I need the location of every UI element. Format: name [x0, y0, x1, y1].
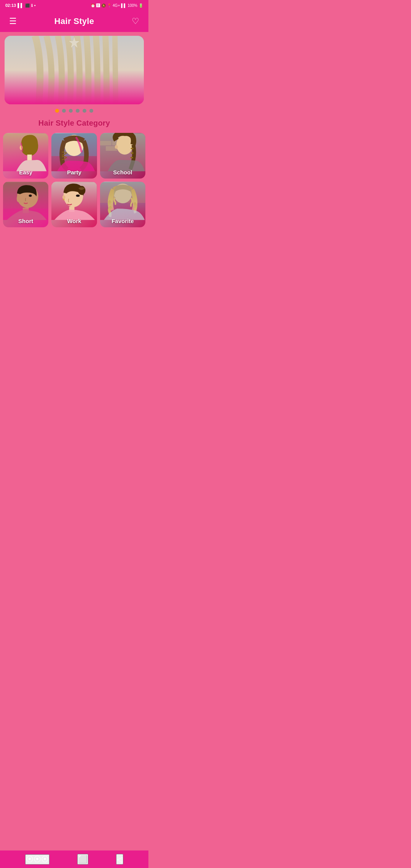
- section-title: Hair Style Category: [0, 116, 148, 133]
- battery-icon: 🔋: [139, 3, 143, 8]
- app-bar: ☰ Hair Style ♡: [0, 11, 148, 32]
- dot-3[interactable]: [69, 109, 73, 113]
- banner-slider[interactable]: [5, 36, 144, 104]
- category-card-school[interactable]: School: [100, 133, 145, 179]
- category-card-easy[interactable]: Easy: [3, 133, 48, 179]
- banner-image: [5, 36, 144, 104]
- svg-rect-0: [5, 36, 144, 104]
- category-card-work[interactable]: Work: [51, 182, 97, 227]
- info-icon: ℹ: [31, 3, 33, 8]
- banner-container: [0, 32, 148, 104]
- svg-point-25: [63, 199, 65, 200]
- svg-point-31: [113, 183, 132, 203]
- dot-1[interactable]: [55, 109, 59, 113]
- wifi-icon: ⬛: [25, 3, 30, 8]
- signal-bars: ▌▌: [121, 3, 126, 8]
- svg-rect-4: [27, 155, 32, 160]
- carousel-dots: [0, 104, 148, 116]
- status-right: ⏰ 🅱 🔕 📍 4G+ ▌▌ 100% 🔋: [91, 3, 143, 8]
- category-card-party[interactable]: Party: [51, 133, 97, 179]
- menu-icon: ☰: [9, 16, 17, 26]
- signal-icon: ▌▌: [18, 3, 24, 8]
- short-label: Short: [3, 218, 48, 224]
- svg-point-26: [76, 195, 80, 197]
- network-icon: 4G+: [113, 3, 120, 8]
- favorite-button[interactable]: ♡: [129, 14, 142, 28]
- dot-2[interactable]: [62, 109, 66, 113]
- work-label: Work: [51, 218, 97, 224]
- svg-point-15: [115, 145, 118, 149]
- dot-icon: •: [34, 3, 36, 8]
- dot-4[interactable]: [76, 109, 80, 113]
- battery: 100%: [127, 3, 137, 8]
- school-label: School: [100, 169, 145, 176]
- status-bar: 02:13 ▌▌ ⬛ ℹ • ⏰ 🅱 🔕 📍 4G+ ▌▌ 100% 🔋: [0, 0, 148, 11]
- location-icon: 📍: [107, 3, 112, 8]
- svg-rect-11: [100, 141, 112, 145]
- dot-6[interactable]: [89, 109, 93, 113]
- time: 02:13: [5, 3, 16, 8]
- status-left: 02:13 ▌▌ ⬛ ℹ •: [5, 3, 36, 8]
- svg-point-18: [29, 195, 32, 197]
- favorite-label: Favorite: [100, 218, 145, 224]
- heart-icon: ♡: [132, 16, 139, 26]
- bluetooth-icon: 🅱: [96, 3, 100, 8]
- main-content: Hair Style Category: [0, 32, 148, 250]
- easy-label: Easy: [3, 169, 48, 176]
- mute-icon: 🔕: [101, 3, 106, 8]
- menu-button[interactable]: ☰: [6, 14, 20, 28]
- category-card-favorite[interactable]: Favorite: [100, 182, 145, 227]
- category-card-short[interactable]: Short: [3, 182, 48, 227]
- svg-point-24: [62, 195, 65, 199]
- dot-5[interactable]: [83, 109, 86, 113]
- party-label: Party: [51, 169, 97, 176]
- app-title: Hair Style: [54, 16, 94, 26]
- alarm-icon: ⏰: [91, 3, 95, 8]
- category-grid: Easy: [0, 133, 148, 227]
